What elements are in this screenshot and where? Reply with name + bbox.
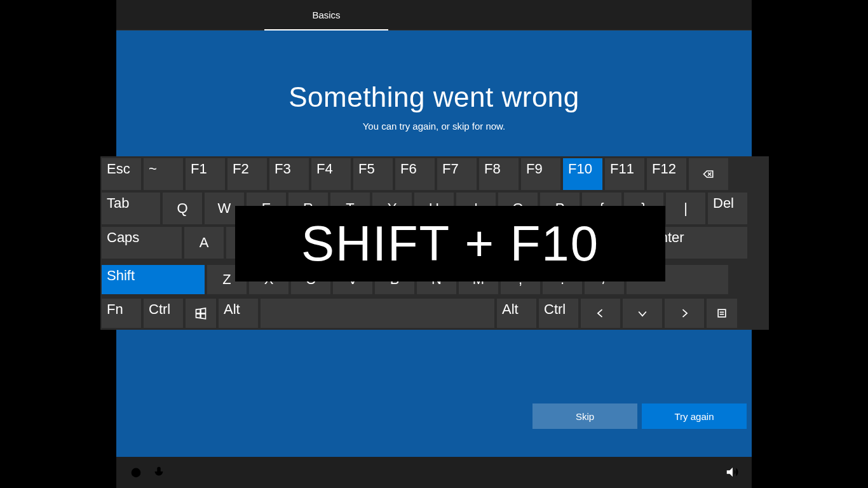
key-f8[interactable]: F8 — [479, 158, 519, 190]
key-f9[interactable]: F9 — [521, 158, 560, 190]
keyboard-row-0: Esc ~ F1 F2 F3 F4 F5 F6 F7 F8 F9 F10 F11… — [102, 158, 728, 190]
key-q[interactable]: Q — [163, 193, 202, 224]
key-shift-left[interactable]: Shift — [102, 265, 205, 294]
key-arrow-right[interactable] — [665, 299, 704, 328]
key-del[interactable]: Del — [708, 193, 747, 224]
key-f6[interactable]: F6 — [395, 158, 435, 190]
key-f2[interactable]: F2 — [227, 158, 267, 190]
key-f7[interactable]: F7 — [437, 158, 477, 190]
key-arrow-down[interactable] — [623, 299, 662, 328]
power-icon[interactable] — [129, 465, 143, 479]
key-arrow-left[interactable] — [581, 299, 620, 328]
key-a[interactable]: A — [184, 227, 224, 259]
try-again-button[interactable]: Try again — [642, 403, 747, 429]
page-subtitle: You can try again, or skip for now. — [116, 121, 752, 132]
key-alt-right[interactable]: Alt — [497, 299, 536, 328]
microphone-icon[interactable] — [152, 465, 166, 479]
key-tilde[interactable]: ~ — [144, 158, 183, 190]
key-caps[interactable]: Caps — [102, 227, 182, 259]
key-f5[interactable]: F5 — [353, 158, 393, 190]
key-f1[interactable]: F1 — [186, 158, 225, 190]
key-esc[interactable]: Esc — [102, 158, 141, 190]
key-ctrl-right[interactable]: Ctrl — [539, 299, 578, 328]
key-fn[interactable]: Fn — [102, 299, 141, 328]
svg-rect-7 — [718, 309, 726, 317]
sound-icon[interactable] — [725, 465, 739, 479]
svg-point-0 — [132, 468, 141, 478]
page-title: Something went wrong — [116, 81, 752, 113]
skip-button[interactable]: Skip — [532, 403, 637, 429]
key-f11[interactable]: F11 — [605, 158, 644, 190]
tab-basics[interactable]: Basics — [264, 0, 388, 30]
key-tab[interactable]: Tab — [102, 193, 160, 224]
key-alt-left[interactable]: Alt — [219, 299, 258, 328]
key-f3[interactable]: F3 — [269, 158, 309, 190]
key-f4[interactable]: F4 — [311, 158, 351, 190]
shortcut-callout: SHIFT + F10 — [235, 206, 665, 281]
svg-marker-4 — [727, 468, 733, 477]
key-space[interactable] — [261, 299, 494, 328]
key-backspace[interactable] — [689, 158, 728, 190]
key-pipe[interactable]: | — [666, 193, 705, 224]
top-bar: Basics — [116, 0, 752, 30]
key-f12[interactable]: F12 — [647, 158, 686, 190]
keyboard-row-4: Fn Ctrl Alt Alt Ctrl — [102, 299, 737, 328]
bottom-bar — [116, 457, 752, 488]
key-windows[interactable] — [186, 299, 216, 328]
key-menu[interactable] — [707, 299, 737, 328]
key-f10[interactable]: F10 — [563, 158, 602, 190]
key-ctrl-left[interactable]: Ctrl — [144, 299, 183, 328]
